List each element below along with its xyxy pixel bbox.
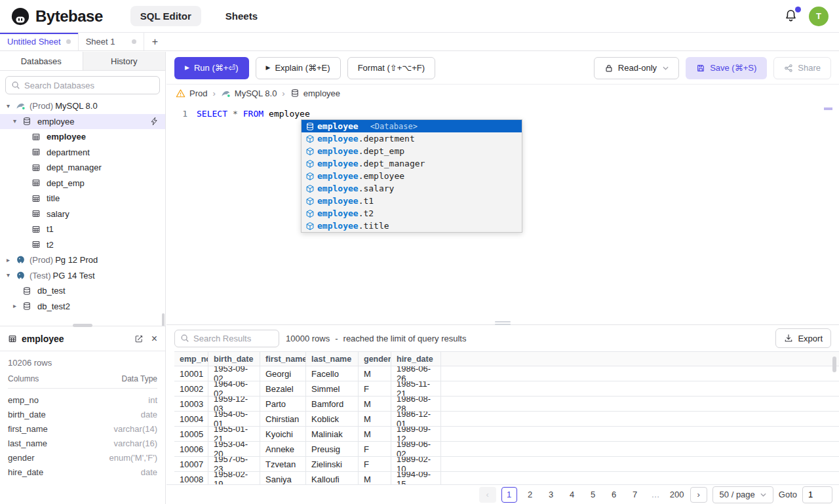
results-header-row: emp_nobirth_datefirst_namelast_namegende… bbox=[174, 351, 839, 366]
caret-icon[interactable]: ▸ bbox=[13, 303, 22, 309]
tree-row[interactable]: ▾ employee bbox=[0, 114, 165, 130]
goto-page-input[interactable] bbox=[802, 486, 832, 503]
table-row[interactable]: 10008 1958-02-19 Saniya Kalloufi M 1994-… bbox=[174, 472, 839, 485]
cell-last-name: Kalloufi bbox=[306, 472, 359, 485]
table-row[interactable]: 10003 1959-12-03 Parto Bamford M 1986-08… bbox=[174, 397, 839, 412]
nav-sheets[interactable]: Sheets bbox=[216, 6, 267, 26]
tab-databases[interactable]: Databases bbox=[0, 52, 83, 70]
schema-column-row: birth_date date bbox=[8, 407, 157, 421]
results-search[interactable] bbox=[174, 330, 279, 347]
suggestion-item[interactable]: employee .employee bbox=[302, 170, 522, 182]
cell-birth-date: 1953-09-02 bbox=[208, 366, 260, 381]
breadcrumb-instance[interactable]: MySQL 8.0 bbox=[221, 88, 277, 98]
caret-icon[interactable]: ▾ bbox=[13, 118, 22, 125]
export-button[interactable]: Export bbox=[775, 328, 831, 348]
table-icon bbox=[31, 209, 41, 218]
suggestion-item[interactable]: employee .t1 bbox=[302, 195, 522, 207]
page-button[interactable]: 6 bbox=[606, 487, 622, 503]
connect-bolt-icon[interactable] bbox=[149, 117, 159, 126]
tree-row[interactable]: ▸ (Prod) Pg 12 Prod bbox=[0, 252, 165, 268]
sql-keyword: FROM bbox=[243, 109, 263, 119]
cell-first-name: Tzvetan bbox=[260, 457, 306, 471]
page-button[interactable]: 1 bbox=[501, 487, 517, 503]
table-row[interactable]: 10005 1955-01-21 Kyoichi Maliniak M 1989… bbox=[174, 427, 839, 442]
tree-item-label: employee bbox=[37, 117, 74, 126]
format-button[interactable]: Format (⇧+⌥+F) bbox=[347, 57, 435, 79]
tree-row[interactable]: ▸ db_test2 bbox=[0, 299, 165, 315]
environment-label: (Prod) bbox=[29, 255, 53, 265]
caret-icon[interactable]: ▸ bbox=[7, 257, 16, 263]
tree-row[interactable]: department bbox=[0, 145, 165, 161]
tree-row[interactable]: dept_manager bbox=[0, 160, 165, 176]
page-size-select[interactable]: 50 / page bbox=[712, 486, 773, 503]
suggestion-item[interactable]: employee .salary bbox=[302, 182, 522, 195]
caret-icon[interactable]: ▾ bbox=[7, 272, 16, 279]
tree-row[interactable]: t1 bbox=[0, 222, 165, 237]
sidebar-scrollbar[interactable] bbox=[162, 313, 165, 326]
schema-panel-drag-handle[interactable] bbox=[73, 324, 92, 327]
explain-button[interactable]: ▶ Explain (⌘+E) bbox=[256, 57, 341, 79]
column-header: gender bbox=[359, 352, 391, 366]
database-search[interactable] bbox=[5, 76, 160, 94]
page-button[interactable]: 3 bbox=[543, 487, 559, 503]
sql-editor[interactable]: 1 SELECT * FROM employee employee <Datab… bbox=[166, 102, 839, 324]
tree-row[interactable]: salary bbox=[0, 206, 165, 222]
table-row[interactable]: 10001 1953-09-02 Georgi Facello M 1986-0… bbox=[174, 366, 839, 381]
column-type: date bbox=[141, 467, 157, 477]
tree-row[interactable]: db_test bbox=[0, 283, 165, 299]
suggestion-selected[interactable]: employee <Database> bbox=[302, 120, 522, 132]
suggestion-item[interactable]: employee .dept_emp bbox=[302, 145, 522, 157]
table-row[interactable]: 10002 1964-06-02 Bezalel Simmel F 1985-1… bbox=[174, 381, 839, 397]
prev-page-button[interactable]: ‹ bbox=[479, 487, 496, 503]
suggestion-item[interactable]: employee .title bbox=[302, 220, 522, 232]
nav-sql-editor[interactable]: SQL Editor bbox=[130, 6, 201, 26]
next-page-button[interactable]: › bbox=[690, 487, 707, 503]
page-button[interactable]: 7 bbox=[627, 487, 643, 503]
suggestion-item[interactable]: employee .department bbox=[302, 132, 522, 145]
result-row-count: 10000 rows bbox=[286, 334, 330, 343]
tree-row[interactable]: employee bbox=[0, 129, 165, 145]
column-type: varchar(16) bbox=[114, 438, 157, 448]
table-row[interactable]: 10007 1957-05-23 Tzvetan Zielinski F 198… bbox=[174, 457, 839, 472]
page-button[interactable]: 4 bbox=[564, 487, 580, 503]
postgres-icon bbox=[16, 255, 26, 265]
tab-sheet-1[interactable]: Sheet 1 bbox=[79, 33, 144, 50]
edit-schema-icon[interactable] bbox=[134, 334, 144, 343]
tree-row[interactable]: title bbox=[0, 191, 165, 206]
table-row[interactable]: 10006 1953-04-20 Anneke Preusig F 1989-0… bbox=[174, 442, 839, 457]
table-row[interactable]: 10004 1954-05-01 Chirstian Koblick M 198… bbox=[174, 412, 839, 427]
avatar[interactable]: T bbox=[809, 7, 829, 26]
tree-row[interactable]: dept_emp bbox=[0, 176, 165, 191]
tab-history[interactable]: History bbox=[83, 52, 166, 70]
tree-row[interactable]: t2 bbox=[0, 237, 165, 253]
brand[interactable]: Bytebase bbox=[10, 7, 103, 26]
share-button[interactable]: Share bbox=[773, 57, 831, 79]
suggestion-item[interactable]: employee .dept_manager bbox=[302, 157, 522, 170]
page-button[interactable]: 5 bbox=[585, 487, 601, 503]
tab-untitled-sheet[interactable]: Untitled Sheet bbox=[0, 33, 79, 50]
cell-gender: M bbox=[359, 366, 391, 381]
breadcrumb-database[interactable]: employee bbox=[290, 88, 340, 98]
close-icon[interactable]: × bbox=[151, 334, 157, 344]
code-line[interactable]: 1 SELECT * FROM employee bbox=[166, 107, 839, 120]
tree-row[interactable]: ▾ (Prod) MySQL 8.0 bbox=[0, 98, 165, 114]
cell-filler bbox=[441, 472, 839, 485]
database-search-input[interactable] bbox=[24, 81, 154, 90]
page-button[interactable]: 2 bbox=[522, 487, 538, 503]
readonly-mode-select[interactable]: Read-only bbox=[594, 57, 679, 79]
add-sheet-button[interactable]: + bbox=[144, 33, 166, 50]
suggestion-item[interactable]: employee .t2 bbox=[302, 207, 522, 220]
results-scrollbar[interactable] bbox=[832, 357, 836, 372]
results-search-input[interactable] bbox=[193, 334, 273, 343]
run-button[interactable]: ▶ Run (⌘+⏎) bbox=[174, 57, 249, 79]
breadcrumb-environment[interactable]: Prod bbox=[176, 88, 207, 98]
schema-cube-icon bbox=[305, 222, 315, 231]
page-button[interactable]: … bbox=[648, 487, 664, 503]
breadcrumb: Prod › MySQL 8.0 › employee bbox=[166, 85, 839, 102]
page-button[interactable]: 200 bbox=[669, 487, 685, 503]
notifications-button[interactable] bbox=[783, 9, 798, 24]
results-drag-handle[interactable] bbox=[495, 321, 511, 325]
save-button[interactable]: Save (⌘+S) bbox=[686, 57, 767, 79]
tree-row[interactable]: ▾ (Test) PG 14 Test bbox=[0, 268, 165, 284]
caret-icon[interactable]: ▾ bbox=[7, 103, 16, 109]
